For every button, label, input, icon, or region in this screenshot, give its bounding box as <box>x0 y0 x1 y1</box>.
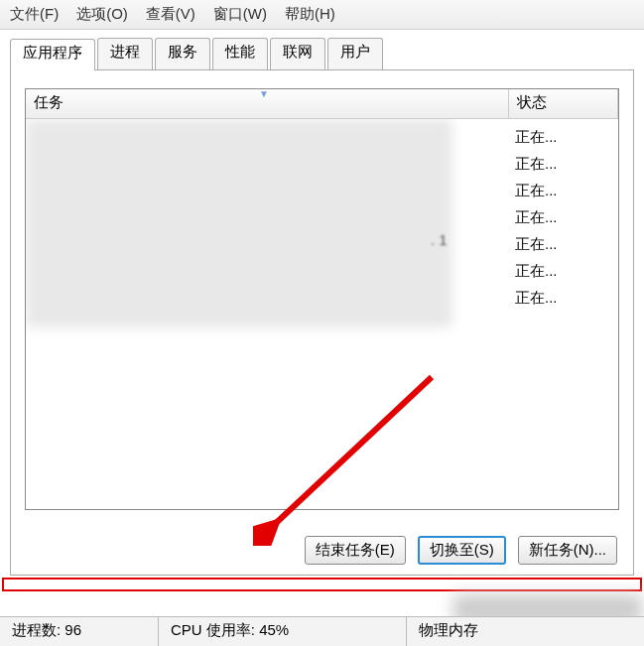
task-row-suffix: . 1 <box>431 231 448 248</box>
menu-file[interactable]: 文件(F) <box>10 5 59 24</box>
tab-panel: ▼ 任务 状态 . 1 正在... 正在... 正在... 正在... 正在..… <box>10 69 634 576</box>
status-cpu: CPU 使用率: 45% <box>159 617 407 646</box>
status-item: 正在... <box>515 257 612 284</box>
sort-indicator-icon: ▼ <box>259 88 269 99</box>
status-item: 正在... <box>515 203 612 230</box>
status-processes: 进程数: 96 <box>0 617 159 646</box>
task-listbox[interactable]: 任务 状态 . 1 正在... 正在... 正在... 正在... 正在... … <box>25 88 619 510</box>
tab-processes[interactable]: 进程 <box>97 38 153 69</box>
end-task-button[interactable]: 结束任务(E) <box>305 536 406 565</box>
tab-users[interactable]: 用户 <box>327 38 383 69</box>
status-item: 正在... <box>515 123 612 150</box>
tab-networking[interactable]: 联网 <box>270 38 325 69</box>
menu-window[interactable]: 窗口(W) <box>213 5 267 24</box>
status-memory: 物理内存 <box>407 617 644 646</box>
switch-to-button[interactable]: 切换至(S) <box>418 536 506 565</box>
status-item: 正在... <box>515 177 612 203</box>
menu-help[interactable]: 帮助(H) <box>285 5 335 24</box>
menu-view[interactable]: 查看(V) <box>146 5 195 24</box>
task-column-body: . 1 <box>26 119 509 509</box>
status-column-body: 正在... 正在... 正在... 正在... 正在... 正在... 正在..… <box>509 119 618 509</box>
menu-options[interactable]: 选项(O) <box>76 5 128 24</box>
new-task-button[interactable]: 新任务(N)... <box>518 536 617 565</box>
status-item: 正在... <box>515 150 612 177</box>
tab-row: 应用程序 进程 服务 性能 联网 用户 <box>10 38 644 69</box>
list-header: 任务 状态 <box>26 89 618 119</box>
tab-services[interactable]: 服务 <box>155 38 210 69</box>
blurred-task-names <box>26 119 452 327</box>
column-header-status[interactable]: 状态 <box>509 89 618 118</box>
status-item: 正在... <box>515 230 612 257</box>
tab-applications[interactable]: 应用程序 <box>10 39 95 70</box>
tab-performance[interactable]: 性能 <box>212 38 268 69</box>
button-row: 结束任务(E) 切换至(S) 新任务(N)... <box>305 536 617 565</box>
list-body: . 1 正在... 正在... 正在... 正在... 正在... 正在... … <box>26 119 618 509</box>
menu-bar: 文件(F) 选项(O) 查看(V) 窗口(W) 帮助(H) <box>0 0 644 30</box>
status-bar: 进程数: 96 CPU 使用率: 45% 物理内存 <box>0 616 644 646</box>
status-item: 正在... <box>515 284 612 311</box>
